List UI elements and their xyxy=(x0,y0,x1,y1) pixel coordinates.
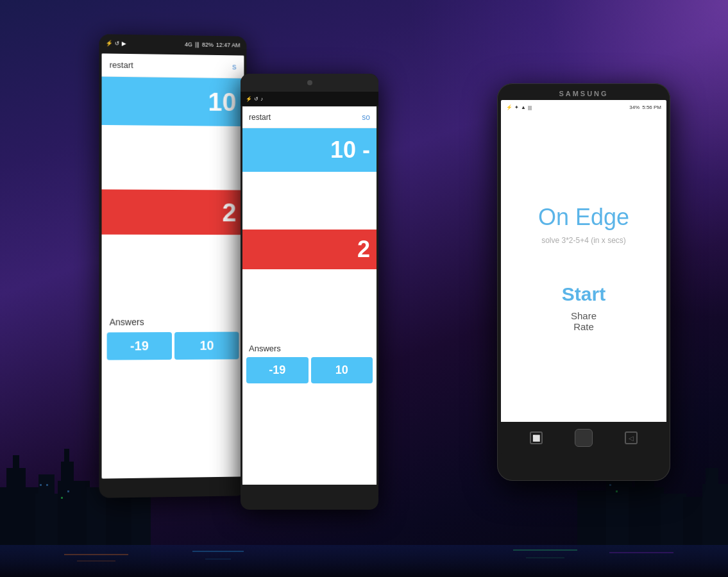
tablet-back-answers-label: Answers xyxy=(102,312,244,333)
time-label: 12:47 AM xyxy=(216,42,241,49)
red-band-value: 2 xyxy=(222,198,236,227)
phone-status-left: ⚡ ✦ ▲ ||| xyxy=(506,105,532,110)
phone-bt-icon: ✦ xyxy=(514,105,519,110)
share-button[interactable]: Share xyxy=(571,310,597,321)
tablet-mid-camera-bar xyxy=(241,74,378,92)
answer-btn-1[interactable]: -19 xyxy=(107,332,172,360)
tablet-mid-answers-row: -19 10 xyxy=(242,357,377,383)
phone-battery: 34% xyxy=(629,105,639,110)
signal-bars: ||| xyxy=(195,42,199,48)
answer-btn-2[interactable]: 10 xyxy=(174,332,239,360)
sync-icon: ↺ xyxy=(115,40,120,47)
restart-label2[interactable]: restart xyxy=(249,113,271,122)
red-band-value2: 2 xyxy=(357,236,370,263)
app-title: On Edge xyxy=(538,204,629,231)
app-subtitle: solve 3*2-5+4 (in x secs) xyxy=(541,236,626,245)
tablet-back: ⚡ ↺ ▶ 4G ||| 82% 12:47 AM restart s 10 2 xyxy=(99,34,246,498)
recent-nav-button[interactable]: ◁ xyxy=(625,431,638,444)
music-icon: ♪ xyxy=(260,96,263,102)
answer-btn-mid-1[interactable]: -19 xyxy=(246,357,309,383)
phone-status-bar: ⚡ ✦ ▲ ||| 34% 5:56 PM xyxy=(501,100,666,114)
solve-label[interactable]: s xyxy=(232,62,236,71)
tablet-back-status-bar: ⚡ ↺ ▶ 4G ||| 82% 12:47 AM xyxy=(99,34,246,54)
tablet-back-answers-row: -19 10 xyxy=(102,332,244,360)
phone-status-right: 34% 5:56 PM xyxy=(629,105,661,110)
blue-band-value: 10 xyxy=(208,88,236,117)
phone-front: SAMSUNG ⚡ ✦ ▲ ||| 34% 5:56 PM On Edge so… xyxy=(497,83,670,481)
tablet-back-white-section2 xyxy=(102,235,244,312)
camera-dot xyxy=(307,80,312,85)
solve-label2[interactable]: so xyxy=(362,113,370,122)
tablet-back-status-right: 4G ||| 82% 12:47 AM xyxy=(185,41,241,48)
devices-container: ⚡ ↺ ▶ 4G ||| 82% 12:47 AM restart s 10 2 xyxy=(0,0,728,577)
tablet-mid-white-section xyxy=(242,172,377,230)
network-label: 4G xyxy=(185,41,192,47)
media-icon: ▶ xyxy=(122,40,126,47)
tablet-back-screen: restart s 10 2 Answers -19 10 xyxy=(102,53,244,478)
phone-bottom-bar: ⬜ ◁ xyxy=(501,422,666,454)
tablet-mid-status-icons: ⚡ ↺ ♪ xyxy=(246,96,263,102)
tablet-mid-blue-band: 10 - xyxy=(242,128,377,172)
rate-button[interactable]: Rate xyxy=(573,321,594,332)
start-button[interactable]: Start xyxy=(562,283,605,305)
tablet-mid-white-section2 xyxy=(242,269,377,340)
usb-icon: ⚡ xyxy=(106,40,113,46)
back-nav-button[interactable]: ⬜ xyxy=(530,431,543,444)
battery-label: 82% xyxy=(202,42,214,48)
blue-band-value2: 10 - xyxy=(330,137,370,163)
usb-icon2: ⚡ xyxy=(246,96,252,102)
answer-btn-mid-2[interactable]: 10 xyxy=(311,357,373,383)
tablet-back-blue-band: 10 xyxy=(102,77,244,126)
tablet-mid-status-bar: ⚡ ↺ ♪ xyxy=(241,92,378,106)
tablet-back-status-icons: ⚡ ↺ ▶ xyxy=(106,40,126,47)
tablet-mid: ⚡ ↺ ♪ restart so 10 - 2 Answers -19 10 xyxy=(241,74,378,510)
tablet-mid-screen: restart so 10 - 2 Answers -19 10 xyxy=(242,106,377,485)
tablet-back-red-band: 2 xyxy=(102,189,244,235)
tablet-mid-app-bar: restart so xyxy=(242,106,377,128)
restart-label[interactable]: restart xyxy=(110,60,133,71)
phone-time: 5:56 PM xyxy=(642,105,661,110)
tablet-back-white-section xyxy=(102,125,244,190)
phone-usb-icon: ⚡ xyxy=(506,105,512,110)
phone-signal-icon: ||| xyxy=(528,105,532,110)
phone-wifi-icon: ▲ xyxy=(521,105,526,110)
tablet-mid-red-band: 2 xyxy=(242,230,377,269)
sync-icon2: ↺ xyxy=(254,96,258,102)
tablet-mid-answers-label: Answers xyxy=(242,340,377,357)
home-nav-button[interactable] xyxy=(575,429,593,447)
phone-screen: On Edge solve 3*2-5+4 (in x secs) Start … xyxy=(501,114,666,422)
brand-label: SAMSUNG xyxy=(497,83,670,97)
tablet-back-app-bar: restart s xyxy=(102,53,244,78)
